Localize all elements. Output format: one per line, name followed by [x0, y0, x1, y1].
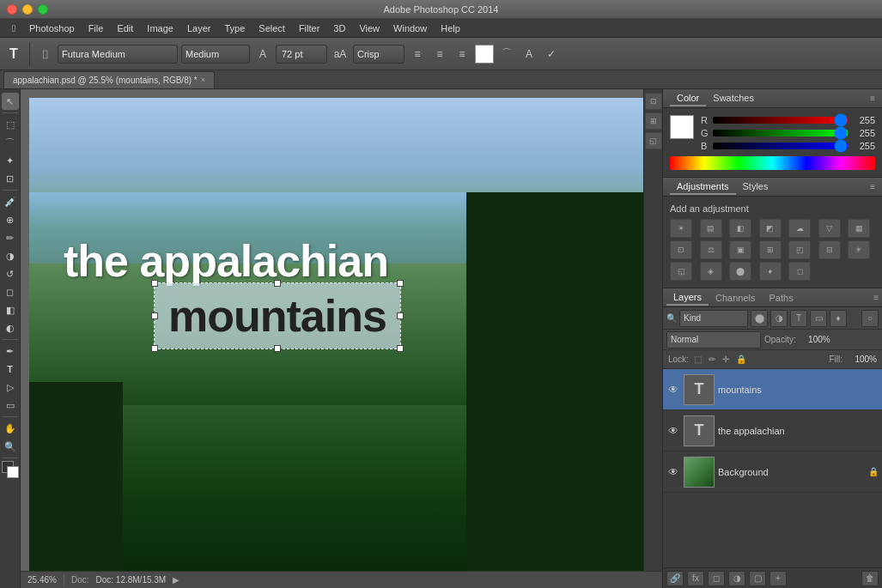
- paths-tab[interactable]: Paths: [763, 291, 800, 305]
- canvas-btn-1[interactable]: ⊡: [645, 93, 662, 110]
- channels-tab[interactable]: Channels: [709, 291, 762, 305]
- layer-mountains[interactable]: 👁 T mountains: [663, 369, 882, 410]
- quick-select-tool[interactable]: ✦: [2, 152, 19, 169]
- path-select-tool[interactable]: ▷: [2, 379, 19, 396]
- bw-btn[interactable]: ⊡: [670, 240, 692, 259]
- layer-filter-type[interactable]: T: [790, 310, 807, 327]
- menu-file[interactable]: File: [83, 21, 109, 35]
- new-group-btn[interactable]: ▢: [749, 571, 766, 586]
- minimize-button[interactable]: [22, 4, 33, 15]
- menu-help[interactable]: Help: [435, 21, 465, 35]
- gradient-map-btn[interactable]: ◱: [670, 262, 692, 281]
- history-brush-tool[interactable]: ↺: [2, 265, 19, 282]
- layer-filter-adj[interactable]: ◑: [770, 310, 788, 327]
- text-selection-box[interactable]: mountains: [154, 282, 401, 349]
- color-tab[interactable]: Color: [670, 91, 706, 106]
- green-slider[interactable]: [713, 130, 848, 136]
- menu-window[interactable]: Window: [388, 21, 432, 35]
- layer-background-visibility[interactable]: 👁: [666, 465, 680, 479]
- status-arrow[interactable]: ▶: [173, 575, 179, 585]
- layer-background[interactable]: 👁 Background 🔒: [663, 452, 882, 493]
- add-mask-btn[interactable]: ◻: [708, 571, 725, 586]
- clone-stamp-tool[interactable]: ◑: [2, 247, 19, 264]
- foreground-bg-colors[interactable]: [2, 461, 19, 478]
- fill-value[interactable]: 100%: [846, 355, 877, 364]
- brightness-contrast-btn[interactable]: ☀: [670, 219, 692, 238]
- adj-btn-extra3[interactable]: ◻: [788, 262, 811, 281]
- menu-3d[interactable]: 3D: [328, 21, 350, 35]
- threshold-btn[interactable]: ✳: [848, 240, 870, 259]
- exposure-btn[interactable]: ◩: [759, 219, 782, 238]
- levels-btn[interactable]: ▤: [700, 219, 722, 238]
- add-style-btn[interactable]: fx: [687, 571, 704, 586]
- dodge-tool[interactable]: ◐: [2, 319, 19, 336]
- red-slider[interactable]: [713, 117, 848, 124]
- color-preview-swatch[interactable]: [670, 115, 694, 139]
- invert-btn[interactable]: ◰: [788, 240, 811, 259]
- pen-tool[interactable]: ✒: [2, 342, 19, 360]
- layer-mountains-visibility[interactable]: 👁: [666, 383, 680, 397]
- character-panel-icon[interactable]: A: [520, 45, 538, 64]
- canvas-btn-3[interactable]: ◱: [645, 132, 662, 149]
- align-right-icon[interactable]: ≡: [453, 45, 471, 64]
- menu-filter[interactable]: Filter: [294, 21, 325, 35]
- type-tool[interactable]: T: [2, 361, 19, 378]
- anti-alias-select[interactable]: Crisp: [353, 45, 405, 64]
- text-color-swatch[interactable]: [475, 45, 494, 64]
- document-tab[interactable]: appalachian.psd @ 25.5% (mountains, RGB/…: [3, 71, 215, 88]
- menu-photoshop[interactable]: Photoshop: [24, 21, 80, 35]
- gradient-tool[interactable]: ◧: [2, 301, 19, 318]
- layers-panel-collapse[interactable]: ≡: [873, 293, 879, 302]
- lasso-tool[interactable]: ⌒: [2, 134, 19, 151]
- delete-layer-btn[interactable]: 🗑: [861, 571, 879, 586]
- font-weight-select[interactable]: Medium: [181, 45, 250, 64]
- marquee-tool[interactable]: ⬚: [2, 116, 19, 133]
- apple-menu[interactable]: : [7, 21, 21, 35]
- lock-transparent-btn[interactable]: ⬚: [692, 355, 703, 364]
- align-left-icon[interactable]: ≡: [408, 45, 427, 64]
- lock-position-btn[interactable]: ✛: [721, 355, 731, 364]
- menu-view[interactable]: View: [354, 21, 385, 35]
- channel-mixer-btn[interactable]: ▣: [729, 240, 751, 259]
- swatches-tab[interactable]: Swatches: [706, 91, 761, 106]
- tab-close-button[interactable]: ×: [201, 76, 205, 84]
- posterize-btn[interactable]: ⊟: [818, 240, 841, 259]
- color-panel-collapse[interactable]: ≡: [870, 94, 875, 103]
- curves-btn[interactable]: ◧: [729, 219, 751, 238]
- font-family-select[interactable]: Futura Medium: [58, 45, 178, 64]
- opacity-value[interactable]: 100%: [800, 335, 830, 344]
- eyedropper-tool[interactable]: 💉: [2, 193, 19, 210]
- adj-btn-extra1[interactable]: ⬤: [729, 262, 751, 281]
- new-layer-btn[interactable]: +: [769, 571, 787, 586]
- menu-select[interactable]: Select: [253, 21, 290, 35]
- menu-image[interactable]: Image: [142, 21, 179, 35]
- lock-all-btn[interactable]: 🔒: [734, 355, 748, 364]
- layer-kind-select[interactable]: Kind: [679, 310, 748, 327]
- warp-text-icon[interactable]: ⌒: [497, 45, 516, 64]
- hand-tool[interactable]: ✋: [2, 420, 19, 437]
- hue-sat-btn[interactable]: ▽: [818, 219, 841, 238]
- align-center-icon[interactable]: ≡: [430, 45, 449, 64]
- photo-filter-btn[interactable]: ⚖: [700, 240, 722, 259]
- color-balance-btn[interactable]: ▦: [848, 219, 870, 238]
- layer-appalachian[interactable]: 👁 T the appalachian: [663, 410, 882, 452]
- shape-tool[interactable]: ▭: [2, 397, 19, 414]
- text-orient-icon[interactable]: ⌷: [35, 45, 54, 64]
- styles-tab[interactable]: Styles: [736, 179, 776, 195]
- blend-mode-select[interactable]: Normal: [666, 331, 761, 349]
- layer-filter-shape[interactable]: ▭: [810, 310, 827, 327]
- maximize-button[interactable]: [38, 4, 48, 15]
- commit-icon[interactable]: ✓: [542, 45, 561, 64]
- layer-appalachian-visibility[interactable]: 👁: [666, 424, 680, 438]
- layer-filter-smart[interactable]: ♦: [830, 310, 847, 327]
- zoom-tool[interactable]: 🔍: [2, 438, 19, 455]
- menu-type[interactable]: Type: [219, 21, 250, 35]
- vibrance-btn[interactable]: ☁: [788, 219, 811, 238]
- adj-btn-extra2[interactable]: ♦: [759, 262, 782, 281]
- crop-tool[interactable]: ⊡: [2, 170, 19, 187]
- menu-layer[interactable]: Layer: [182, 21, 216, 35]
- layers-tab[interactable]: Layers: [666, 290, 709, 306]
- layer-filter-toggle[interactable]: ○: [861, 310, 879, 327]
- color-lookup-btn[interactable]: ⊞: [759, 240, 782, 259]
- canvas-btn-2[interactable]: ⊞: [645, 112, 662, 130]
